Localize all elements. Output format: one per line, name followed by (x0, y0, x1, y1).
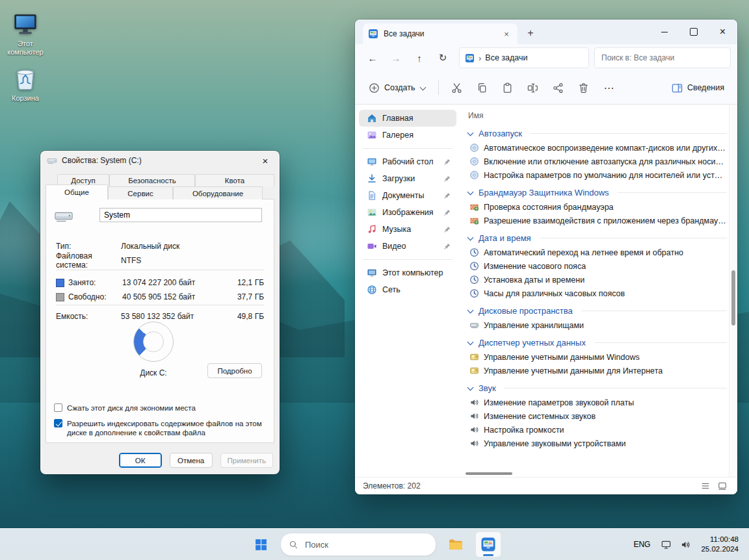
apply-button[interactable]: Применить (220, 453, 273, 468)
share-icon (552, 82, 564, 94)
network-tray-button[interactable] (657, 531, 675, 557)
new-button[interactable]: Создать (363, 77, 432, 99)
taskbar-search-input[interactable] (304, 539, 428, 550)
paste-icon (501, 82, 514, 94)
taskbar-control-panel-button[interactable] (475, 531, 501, 557)
tab-quota[interactable]: Квота (195, 174, 274, 186)
breadcrumb-location[interactable]: Все задачи (485, 53, 527, 62)
sidebar-item-documents[interactable]: Документы (359, 187, 456, 204)
desktop-icon-recycle-bin[interactable]: Корзина (0, 65, 51, 103)
desktop-icon-this-pc[interactable]: Этот компьютер (0, 10, 51, 57)
task-item[interactable]: Проверка состояния брандмауэра (467, 200, 727, 214)
sidebar-item-pictures[interactable]: Изображения (359, 204, 456, 221)
compress-checkbox-row[interactable]: Сжать этот диск для экономии места (54, 403, 266, 413)
horizontal-scrollbar-thumb[interactable] (466, 472, 512, 475)
minimize-button[interactable] (650, 19, 679, 44)
task-item[interactable]: Автоматический переход на летнее время и… (467, 246, 727, 259)
task-item[interactable]: Управление звуковыми устройствами (467, 437, 727, 450)
paste-button[interactable] (496, 77, 519, 99)
checkbox-checked[interactable] (54, 419, 62, 427)
tab-hardware[interactable]: Оборудование (173, 186, 263, 199)
volume-icon (680, 539, 691, 550)
sidebar-item-downloads[interactable]: Загрузки (359, 170, 456, 187)
ok-button[interactable]: ОК (119, 453, 162, 468)
breadcrumb[interactable]: › Все задачи (459, 47, 589, 68)
volume-name-input[interactable] (99, 208, 262, 222)
sidebar-item-desktop[interactable]: Рабочий стол (359, 153, 456, 170)
group-header[interactable]: Автозапуск (467, 125, 727, 141)
taskbar-search[interactable] (280, 533, 436, 556)
scrollbar-thumb[interactable] (731, 270, 735, 325)
task-item[interactable]: Часы для различных часовых поясов (467, 286, 727, 300)
task-item[interactable]: Настройка громкости (467, 423, 727, 437)
task-item[interactable]: Включение или отключение автозапуска для… (467, 155, 727, 168)
task-item[interactable]: Настройка параметров по умолчанию для но… (467, 168, 727, 182)
start-button[interactable] (248, 531, 274, 557)
close-button[interactable]: × (708, 19, 737, 44)
new-tab-button[interactable]: + (521, 24, 540, 42)
speaker-icon (469, 425, 479, 435)
sidebar-item-this-pc[interactable]: Этот компьютер (359, 264, 456, 281)
chevron-down-icon (467, 338, 474, 345)
details-button[interactable]: Подробно (207, 363, 262, 378)
task-item[interactable]: Установка даты и времени (467, 273, 727, 286)
task-item[interactable]: Изменение системных звуков (467, 409, 727, 423)
dialog-close-button[interactable]: × (252, 151, 278, 170)
column-header-name[interactable]: Имя (467, 108, 727, 123)
group-header[interactable]: Дисковые пространства (467, 303, 727, 318)
volume-tray-button[interactable] (676, 531, 694, 557)
vertical-scrollbar[interactable] (729, 105, 737, 477)
explorer-search-box[interactable] (594, 47, 731, 68)
share-button[interactable] (547, 77, 570, 99)
task-item[interactable]: Изменение часового пояса (467, 259, 727, 273)
tab-general[interactable]: Общие (46, 185, 108, 199)
rename-icon (527, 82, 539, 94)
tab-close-icon[interactable]: × (501, 28, 512, 40)
group-header[interactable]: Дата и время (467, 230, 727, 246)
clock[interactable]: 11:00:48 25.02.2024 (696, 535, 741, 554)
sidebar-item-music[interactable]: Музыка (359, 221, 456, 238)
group-header[interactable]: Звук (467, 380, 727, 396)
sidebar-item-home[interactable]: Главная (359, 110, 456, 127)
tab-tools[interactable]: Сервис (108, 186, 173, 199)
rename-button[interactable] (521, 77, 544, 99)
task-item[interactable]: Разрешение взаимодействия с приложением … (467, 214, 727, 227)
group-header[interactable]: Диспетчер учетных данных (467, 335, 727, 350)
more-options-button[interactable]: ⋯ (598, 82, 621, 94)
details-pane-button[interactable]: Сведения (666, 77, 729, 99)
maximize-button[interactable] (679, 19, 708, 44)
cut-button[interactable] (445, 77, 468, 99)
task-item[interactable]: Управление учетными данными для Интернет… (467, 364, 727, 377)
explorer-search-input[interactable] (600, 53, 725, 63)
up-button[interactable]: ↑ (408, 48, 430, 68)
forward-button[interactable]: → (385, 48, 407, 68)
group-header[interactable]: Брандмауэр Защитника Windows (467, 185, 727, 200)
task-item[interactable]: Изменение параметров звуковой платы (467, 396, 727, 409)
refresh-button[interactable]: ↻ (432, 48, 454, 68)
language-indicator[interactable]: ENG (628, 540, 655, 549)
sidebar-item-gallery[interactable]: Галерея (359, 127, 456, 144)
disk-icon (47, 155, 57, 166)
clock-icon (469, 261, 479, 271)
explorer-window: Все задачи × + × ← → ↑ ↻ › Все задачи (355, 19, 737, 494)
task-item[interactable]: Управление учетными данными Windows (467, 350, 727, 364)
cancel-button[interactable]: Отмена (170, 453, 213, 468)
sidebar-item-network[interactable]: Сеть (359, 281, 456, 298)
tab-all-tasks[interactable]: Все задачи × (363, 23, 518, 44)
capacity-row: Емкость: 53 580 132 352 байт 49,8 ГБ (56, 311, 264, 322)
task-item[interactable]: Автоматическое воспроизведение компакт-д… (467, 141, 727, 155)
taskbar-explorer-button[interactable] (443, 531, 469, 557)
checkbox-unchecked[interactable] (54, 403, 62, 412)
delete-button[interactable] (572, 77, 595, 99)
tab-security[interactable]: Безопасность (109, 174, 195, 186)
view-list-button[interactable] (698, 479, 713, 492)
copy-button[interactable] (471, 77, 493, 99)
back-button[interactable]: ← (361, 48, 384, 68)
downloads-icon (367, 173, 377, 184)
documents-icon (367, 190, 377, 201)
sidebar-divider (363, 259, 453, 260)
view-large-icons-button[interactable] (715, 479, 729, 492)
index-checkbox-row[interactable]: Разрешить индексировать содержимое файло… (54, 419, 266, 438)
sidebar-item-videos[interactable]: Видео (359, 238, 456, 255)
task-item[interactable]: Управление хранилищами (467, 318, 727, 332)
